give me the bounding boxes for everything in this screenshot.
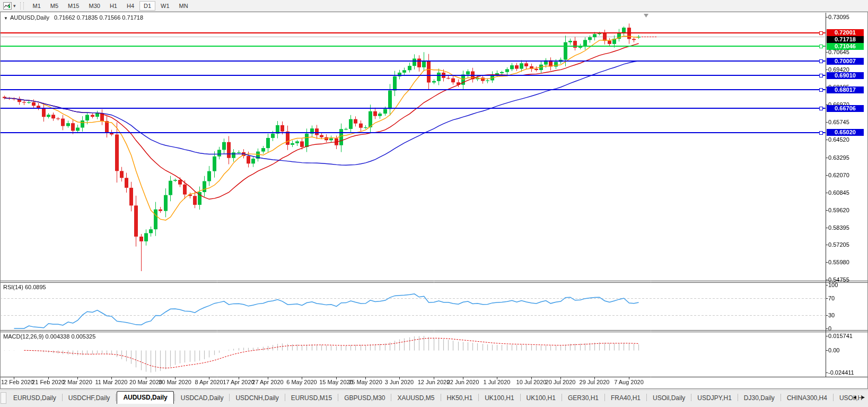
macd-axis-tick: -0.024411 — [828, 369, 854, 376]
chart-tab-eurusd-daily[interactable]: EURUSD,Daily — [8, 392, 62, 404]
timeframe-m5-button[interactable]: M5 — [46, 1, 63, 11]
tab-separator — [833, 394, 834, 401]
tab-separator — [478, 394, 479, 401]
chart-tab-dj30-daily[interactable]: DJ30,Daily — [739, 392, 780, 404]
chart-tab-gbpusd-m30[interactable]: GBPUSD,M30 — [339, 392, 390, 404]
chart-tab-uk100-h1[interactable]: UK100,H1 — [479, 392, 519, 404]
timeframe-m30-button[interactable]: M30 — [85, 1, 104, 11]
timeframe-mn-button[interactable]: MN — [175, 1, 192, 11]
price-axis-tick: 0.63295 — [828, 154, 849, 161]
date-axis-label: 20 Mar 2020 — [129, 379, 162, 385]
date-axis-label: 22 Jun 2020 — [447, 379, 479, 385]
chart-tab-audusd-daily[interactable]: AUDUSD,Daily — [117, 391, 173, 404]
macd-axis-tick: 0.00 — [828, 347, 839, 353]
level-price-badge: 0.66706 — [827, 105, 864, 112]
chart-tab-fra40-h1[interactable]: FRA40,H1 — [606, 392, 646, 404]
chart-tabs-bar: EURUSD,DailyUSDCHF,DailyAUDUSD,DailyUSDC… — [0, 389, 868, 404]
rsi-axis-tick: 0 — [828, 325, 831, 332]
tab-separator — [62, 394, 63, 401]
level-price-badge: 0.72001 — [827, 29, 864, 36]
chart-tabs: EURUSD,DailyUSDCHF,DailyAUDUSD,DailyUSDC… — [8, 390, 867, 404]
timeframe-m15-button[interactable]: M15 — [64, 1, 83, 11]
tabs-scroll-left-icon[interactable]: ◂ — [853, 393, 856, 401]
chart-tab-usdcad-daily[interactable]: USDCAD,Daily — [176, 392, 229, 404]
chart-title: ▼AUDUSD,Daily0.71662 0.71835 0.71566 0.7… — [4, 14, 143, 21]
rsi-axis-tick: 100 — [828, 282, 838, 288]
tab-separator — [738, 394, 738, 401]
tab-separator — [391, 394, 391, 401]
price-axis-tick: 0.65745 — [828, 119, 849, 125]
macd-axis-tick: 0.015741 — [828, 333, 853, 339]
chart-tab-usdjpy-h1[interactable]: USDJPY,H1 — [692, 392, 737, 404]
level-price-badge: 0.70007 — [827, 58, 864, 65]
tab-separator — [285, 394, 285, 401]
current-price-badge: 0.71718 — [827, 36, 864, 43]
rsi-indicator-label: RSI(14) 60.0895 — [3, 284, 46, 290]
date-axis-label: 20 Jul 2020 — [546, 379, 576, 385]
tabs-scroll-right-icon[interactable]: ▸ — [862, 393, 865, 401]
chart-tab-usoil-daily[interactable]: USOil,Daily — [647, 392, 690, 404]
chart-tab-eurusd-m15[interactable]: EURUSD,M15 — [286, 392, 337, 404]
tab-separator — [646, 394, 647, 401]
date-axis-label: 17 Apr 2020 — [223, 379, 254, 385]
dropdown-caret-icon[interactable]: ▾ — [13, 3, 16, 8]
level-price-badge: 0.71046 — [827, 43, 864, 50]
tab-separator — [691, 394, 691, 401]
date-axis-label: 10 Jul 2020 — [516, 379, 547, 385]
tabbar-left-edge — [1, 392, 6, 404]
chart-symbol-period: AUDUSD,Daily — [10, 14, 49, 21]
chart-type-icon[interactable] — [2, 2, 13, 10]
tab-separator — [562, 394, 562, 401]
date-axis-label: 1 Jul 2020 — [484, 379, 511, 385]
chart-tab-xauusd-m5[interactable]: XAUUSD,M5 — [392, 392, 440, 404]
tab-separator — [604, 394, 605, 401]
price-axis-tick: 0.62070 — [828, 172, 849, 178]
tab-separator — [116, 394, 116, 401]
collapse-triangle-icon[interactable]: ▼ — [4, 16, 8, 21]
date-axis-label: 12 Feb 2020 — [1, 379, 34, 385]
date-axis-label: 6 May 2020 — [286, 379, 317, 385]
timeframe-m1-button[interactable]: M1 — [29, 1, 45, 11]
date-axis-label: 2 Mar 2020 — [63, 379, 92, 385]
date-axis-label: 11 Mar 2020 — [95, 379, 128, 385]
date-axis-label: 3 Jun 2020 — [385, 379, 414, 385]
tab-separator — [781, 394, 781, 401]
chart-tab-usdchf-daily[interactable]: USDCHF,Daily — [63, 392, 116, 404]
macd-indicator-label: MACD(12,26,9) 0.004338 0.005325 — [3, 333, 95, 340]
date-axis-label: 30 Mar 2020 — [159, 379, 191, 385]
timeframe-h1-button[interactable]: H1 — [106, 1, 121, 11]
tab-separator — [229, 394, 230, 401]
price-axis-tick: 0.59620 — [828, 207, 849, 213]
price-axis-tick: 0.55980 — [828, 259, 849, 265]
chart-tab-usdcnh-daily[interactable]: USDCNH,Daily — [230, 392, 284, 404]
chart-tab-ger30-h1[interactable]: GER30,H1 — [563, 392, 604, 404]
chart-tab-china300-h4[interactable]: CHINA300,H4 — [782, 392, 832, 404]
date-axis-label: 21 Feb 2020 — [32, 379, 65, 385]
chart-ohlc-values: 0.71662 0.71835 0.71566 0.71718 — [54, 14, 143, 21]
date-axis-label: 27 Apr 2020 — [252, 379, 283, 385]
price-axis-tick: 0.73095 — [828, 14, 849, 20]
bottom-strip — [0, 404, 868, 407]
date-axis-label: 25 May 2020 — [348, 379, 382, 385]
date-axis-label: 12 Jun 2020 — [418, 379, 450, 385]
timeframe-d1-button[interactable]: D1 — [139, 1, 155, 11]
toolbar-grip-icon — [20, 2, 24, 10]
price-axis-tick: 0.57205 — [828, 241, 849, 248]
toolbar: ▾ M1M5M15M30H1H4D1W1MN — [0, 0, 868, 12]
date-axis-label: 8 Apr 2020 — [195, 379, 223, 385]
tab-separator — [520, 394, 521, 401]
price-axis-tick: 0.64520 — [828, 136, 849, 143]
date-axis-label: 29 Jul 2020 — [580, 379, 610, 385]
chart-canvas[interactable] — [0, 12, 868, 389]
chart-tab-uk100-h1[interactable]: UK100,H1 — [521, 392, 561, 404]
level-price-badge: 0.65020 — [827, 129, 864, 136]
price-axis-tick: 0.60845 — [828, 189, 849, 196]
timeframe-h4-button[interactable]: H4 — [122, 1, 138, 11]
chart-tab-hk50-h1[interactable]: HK50,H1 — [442, 392, 478, 404]
rsi-axis-tick: 30 — [828, 312, 835, 318]
rsi-axis-tick: 70 — [828, 295, 835, 301]
tab-separator — [338, 394, 338, 401]
tab-separator — [174, 394, 175, 401]
timeframe-buttons: M1M5M15M30H1H4D1W1MN — [28, 1, 193, 11]
timeframe-w1-button[interactable]: W1 — [156, 1, 174, 11]
